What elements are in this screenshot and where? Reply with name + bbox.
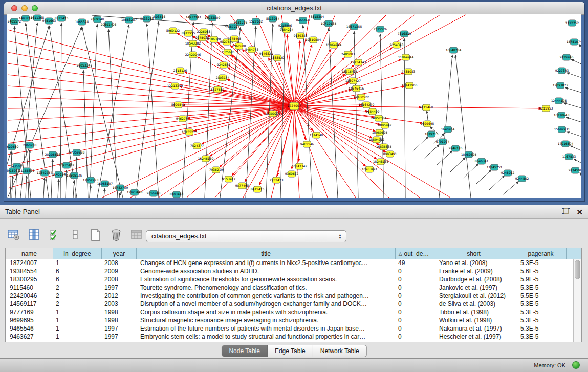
rows-icon[interactable]: [69, 228, 82, 242]
citation-edge-black[interactable]: [580, 172, 581, 178]
close-panel-icon[interactable]: ✕: [576, 208, 583, 216]
column-header-pagerank[interactable]: pagerank: [515, 248, 567, 259]
tab-node-table[interactable]: Node Table: [222, 345, 268, 357]
table-row[interactable]: 946362711997Embryonic stem cells: a mode…: [6, 333, 573, 341]
column-header-in-degree[interactable]: in_degree: [53, 248, 102, 259]
citation-edge-black[interactable]: [566, 117, 581, 123]
tab-network-table[interactable]: Network Table: [313, 345, 366, 357]
citation-edge-black[interactable]: [427, 111, 428, 120]
citation-edge-black[interactable]: [437, 151, 452, 165]
citation-edge-black[interactable]: [563, 103, 581, 108]
citation-edge-black[interactable]: [571, 59, 581, 65]
citation-edge-black[interactable]: [476, 170, 491, 184]
graph-node-label: 6791974: [436, 140, 450, 143]
citation-edge-red[interactable]: [294, 106, 356, 198]
citation-edge-black[interactable]: [147, 24, 159, 198]
resize-grip-icon[interactable]: [570, 188, 578, 196]
citation-edge-black[interactable]: [136, 21, 159, 198]
table-cell: 2009: [102, 268, 137, 275]
table-row[interactable]: 1830029562008Estimation of significance …: [6, 275, 573, 283]
table-row[interactable]: 2242004622012Investigating the contribut…: [6, 292, 573, 300]
table-row[interactable]: 969969511998Structural magnetic resonanc…: [6, 316, 573, 324]
citation-edge-black[interactable]: [463, 164, 478, 178]
citation-edge-black[interactable]: [58, 179, 59, 198]
graph-node-label: 1527602: [249, 19, 263, 23]
citation-edge-black[interactable]: [570, 146, 581, 151]
citation-edge-red[interactable]: [294, 106, 375, 131]
new-column-icon[interactable]: [89, 228, 102, 242]
citation-edge-red[interactable]: [294, 106, 541, 108]
column-header-out-degree[interactable]: △out_de…: [396, 248, 432, 259]
table-row[interactable]: 977716911998Corpus callosum shape and si…: [6, 308, 573, 316]
table-vertical-scrollbar[interactable]: [573, 259, 581, 342]
citation-edge-black[interactable]: [489, 176, 505, 190]
citation-edge-black[interactable]: [49, 26, 77, 198]
graph-node-label: 12213349: [167, 84, 183, 87]
graph-node-label: 2803144: [216, 76, 230, 79]
citation-edge-black[interactable]: [10, 151, 12, 198]
table-cell: 18300295: [6, 276, 53, 283]
citation-edge-black[interactable]: [73, 180, 74, 198]
citation-edge-black[interactable]: [7, 26, 49, 174]
citation-edge-black[interactable]: [82, 27, 123, 198]
network-window[interactable]: citations_edges.txt 24055721493714961136…: [4, 2, 584, 201]
citation-edge-black[interactable]: [565, 87, 581, 93]
citation-edge-red[interactable]: [102, 106, 294, 198]
citation-edge-black[interactable]: [567, 73, 581, 78]
citation-edge-red[interactable]: [294, 106, 377, 159]
network-view[interactable]: 2405572149371496113689751663833141510653…: [7, 14, 581, 198]
citation-edge-red[interactable]: [292, 106, 294, 169]
citation-edge-black[interactable]: [182, 22, 193, 198]
citation-edge-red[interactable]: [8, 106, 294, 143]
scrollbar-thumb[interactable]: [575, 260, 580, 279]
citation-edge-red[interactable]: [8, 106, 294, 132]
citation-edge-black[interactable]: [503, 181, 519, 195]
network-window-titlebar[interactable]: citations_edges.txt: [4, 2, 584, 15]
column-visibility-icon[interactable]: [28, 228, 41, 242]
citation-edge-red[interactable]: [294, 106, 299, 162]
citation-edge-black[interactable]: [26, 176, 27, 198]
tab-edge-table[interactable]: Edge Table: [268, 345, 313, 357]
table-row[interactable]: 1938455462009Genome-wide association stu…: [6, 267, 573, 275]
table-row[interactable]: 946554611997Estimation of the future num…: [6, 324, 573, 333]
citation-edge-black[interactable]: [404, 38, 405, 198]
citation-edge-red[interactable]: [232, 106, 294, 176]
delete-column-icon[interactable]: [110, 228, 123, 242]
graph-node-label: 8427552: [211, 87, 225, 91]
citation-edge-black[interactable]: [329, 28, 338, 198]
graph-node-label: 1588520: [271, 56, 285, 59]
citation-edge-black[interactable]: [574, 159, 581, 164]
table-row[interactable]: 1872400712008Changes of HCN gene express…: [6, 259, 573, 267]
table-cell: 5.3E-5: [515, 317, 567, 324]
citation-edge-red[interactable]: [231, 55, 294, 106]
citation-edge-black[interactable]: [43, 178, 45, 198]
graph-node-label: 9154499: [366, 110, 380, 113]
citation-edge-red[interactable]: [243, 106, 294, 198]
citation-edge-black[interactable]: [108, 29, 118, 198]
column-header-short[interactable]: short: [432, 248, 515, 259]
table-settings-icon[interactable]: [7, 228, 20, 242]
citation-edge-black[interactable]: [424, 144, 440, 159]
row-selection-icon[interactable]: [48, 228, 61, 242]
citation-edge-black[interactable]: [412, 137, 428, 151]
graph-node-label: 12444195: [551, 99, 567, 102]
citation-edge-black[interactable]: [579, 44, 581, 50]
float-panel-icon[interactable]: [562, 207, 570, 217]
column-header-year[interactable]: year: [102, 248, 137, 259]
citation-edge-black[interactable]: [455, 55, 471, 198]
citation-edge-black[interactable]: [450, 157, 466, 172]
table-row[interactable]: 911546021997Tourette syndrome. Phenomeno…: [6, 283, 573, 292]
graph-node-label: 8454743: [245, 48, 259, 51]
table-cell: 1: [53, 309, 102, 316]
graph-node-label: 11646416: [349, 86, 364, 90]
citation-edge-red[interactable]: [8, 30, 294, 106]
network-canvas[interactable]: 2405572149371496113689751663833141510653…: [7, 14, 581, 198]
citation-edge-black[interactable]: [90, 24, 97, 198]
column-header-name[interactable]: name: [6, 248, 53, 259]
column-header-title[interactable]: title: [137, 248, 396, 259]
table-row[interactable]: 1456911722003Disruption of a novel membe…: [6, 300, 573, 308]
citation-edge-black[interactable]: [567, 132, 581, 137]
table-select-dropdown[interactable]: citations_edges.txt ▲▼: [146, 230, 346, 242]
citation-edge-black[interactable]: [119, 192, 120, 198]
citation-edge-black[interactable]: [51, 159, 53, 198]
